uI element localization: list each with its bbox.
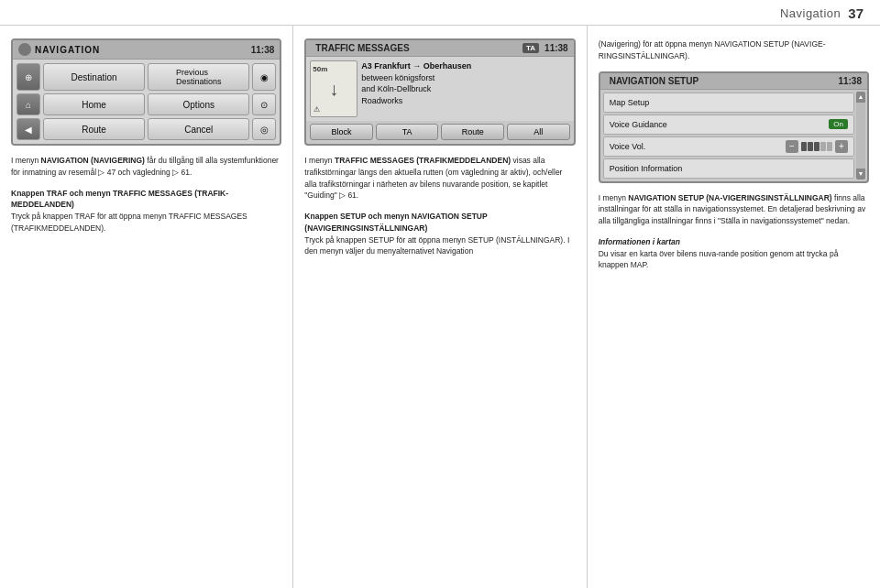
setup-row-map[interactable]: Map Setup bbox=[603, 93, 854, 113]
setup-title: NAVIGATION SETUP bbox=[610, 76, 698, 86]
page-title: Navigation bbox=[780, 6, 841, 20]
destination-btn[interactable]: Destination bbox=[43, 63, 145, 91]
setup-row-voice-vol[interactable]: Voice Vol. − + bbox=[603, 136, 854, 157]
home-right-icon[interactable]: ⊙ bbox=[252, 93, 276, 115]
setup-titlebar-left: NAVIGATION SETUP bbox=[606, 76, 698, 86]
main-content: NAVIGATION 11:38 ⊕ Destination PreviousD… bbox=[0, 26, 880, 588]
col3-text-1: I menyn NAVIGATION SETUP (NA-VIGERINGSIN… bbox=[599, 192, 869, 227]
setup-time: 11:38 bbox=[838, 76, 862, 86]
scroll-down-btn[interactable]: ▼ bbox=[856, 169, 865, 180]
col2-text-2: Knappen SETUP och menyn NAVIGATION SETUP… bbox=[304, 211, 575, 257]
setup-content: Map Setup Voice Guidance On Voice Vol. − bbox=[600, 90, 867, 181]
traffic-detail1: between königsforst bbox=[361, 72, 569, 84]
ta-badge: TA bbox=[522, 43, 539, 53]
nav-row-destination: ⊕ Destination PreviousDestinations ◉ bbox=[16, 63, 276, 91]
column-3: (Navigering) för att öppna menyn NAVIGAT… bbox=[588, 26, 880, 588]
nav-titlebar-left: NAVIGATION bbox=[18, 43, 100, 56]
traffic-content: 50m ↓ ⚠ A3 Frankfurt → Oberhausen betwee… bbox=[306, 57, 573, 121]
voice-vol-label: Voice Vol. bbox=[610, 142, 646, 151]
traffic-title: TRAFFIC MESSAGES bbox=[315, 43, 409, 53]
route-traffic-btn[interactable]: Route bbox=[441, 124, 504, 140]
traffic-detail3: Roadworks bbox=[361, 95, 569, 107]
vol-minus-btn[interactable]: − bbox=[786, 140, 798, 153]
traffic-info: A3 Frankfurt → Oberhausen between königs… bbox=[361, 60, 569, 117]
traffic-titlebar-left: TRAFFIC MESSAGES bbox=[312, 43, 409, 53]
destination-right-icon[interactable]: ◉ bbox=[252, 63, 276, 91]
nav-row-home: ⌂ Home Options ⊙ bbox=[16, 93, 276, 115]
setup-titlebar: NAVIGATION SETUP 11:38 bbox=[600, 73, 867, 90]
nav-menu: ⊕ Destination PreviousDestinations ◉ ⌂ H… bbox=[13, 60, 280, 144]
nav-time: 11:38 bbox=[251, 45, 275, 55]
map-setup-label: Map Setup bbox=[610, 98, 650, 107]
nav-titlebar: NAVIGATION 11:38 bbox=[13, 40, 280, 60]
col3-intro-text: (Navigering) för att öppna menyn NAVIGAT… bbox=[599, 38, 869, 62]
vol-control: − + bbox=[786, 140, 848, 153]
traffic-time: 11:38 bbox=[544, 43, 568, 53]
column-1: NAVIGATION 11:38 ⊕ Destination PreviousD… bbox=[0, 26, 293, 588]
route-left-icon[interactable]: ◀ bbox=[16, 118, 40, 140]
traffic-distance: 50m bbox=[313, 65, 327, 73]
scroll-up-btn[interactable]: ▲ bbox=[856, 92, 865, 103]
route-btn[interactable]: Route bbox=[43, 118, 145, 140]
scroll-track bbox=[856, 103, 865, 169]
block-btn[interactable]: Block bbox=[310, 124, 373, 140]
setup-row-voice-guidance[interactable]: Voice Guidance On bbox=[603, 114, 854, 135]
destination-left-icon[interactable]: ⊕ bbox=[16, 63, 40, 91]
traffic-titlebar-right: TA 11:38 bbox=[522, 43, 568, 53]
vol-seg-4 bbox=[820, 142, 826, 151]
vol-bar bbox=[801, 142, 832, 151]
previous-destinations-btn[interactable]: PreviousDestinations bbox=[148, 63, 249, 91]
setup-screen-mockup: NAVIGATION SETUP 11:38 Map Setup Voice G… bbox=[599, 71, 869, 183]
traffic-detail2: and Köln-Dellbruck bbox=[361, 83, 569, 95]
traffic-screen-mockup: TRAFFIC MESSAGES TA 11:38 50m ↓ ⚠ A3 Fra… bbox=[304, 38, 575, 146]
page-header: Navigation 37 bbox=[0, 0, 880, 26]
vol-plus-btn[interactable]: + bbox=[835, 140, 848, 153]
traffic-map-box: 50m ↓ ⚠ bbox=[310, 60, 358, 117]
vol-seg-1 bbox=[801, 142, 807, 151]
cancel-btn[interactable]: Cancel bbox=[148, 118, 249, 140]
col1-text-2: Knappen TRAF och menyn TRAFFIC MESSAGES … bbox=[11, 188, 281, 234]
nav-icon bbox=[18, 43, 31, 56]
vol-seg-5 bbox=[827, 142, 832, 151]
route-right-icon[interactable]: ◎ bbox=[252, 118, 276, 140]
col1-text-1: I menyn NAVIGATION (NAVIGERING) får du t… bbox=[11, 155, 281, 179]
position-label: Position Information bbox=[610, 164, 683, 173]
nav-row-route: ◀ Route Cancel ◎ bbox=[16, 118, 276, 140]
ta-btn[interactable]: TA bbox=[376, 124, 439, 140]
home-left-icon[interactable]: ⌂ bbox=[16, 93, 40, 115]
traffic-buttons: Block TA Route All bbox=[306, 121, 573, 144]
nav-screen-mockup: NAVIGATION 11:38 ⊕ Destination PreviousD… bbox=[11, 38, 281, 146]
voice-guidance-on: On bbox=[829, 119, 848, 129]
traffic-titlebar: TRAFFIC MESSAGES TA 11:38 bbox=[306, 40, 573, 57]
nav-title: NAVIGATION bbox=[35, 45, 100, 55]
vol-seg-3 bbox=[814, 142, 820, 151]
options-btn[interactable]: Options bbox=[148, 93, 249, 115]
col2-text-1: I menyn TRAFFIC MESSAGES (TRAFIKMEDDELAN… bbox=[304, 155, 575, 201]
col3-text-2: Informationen i kartan Du visar en karta… bbox=[599, 236, 869, 271]
vol-seg-2 bbox=[808, 142, 813, 151]
traffic-warning-icon: ⚠ bbox=[314, 105, 320, 114]
column-2: TRAFFIC MESSAGES TA 11:38 50m ↓ ⚠ A3 Fra… bbox=[293, 26, 587, 588]
traffic-road: A3 Frankfurt → Oberhausen bbox=[361, 60, 569, 72]
home-btn[interactable]: Home bbox=[43, 93, 145, 115]
voice-guidance-label: Voice Guidance bbox=[610, 120, 667, 129]
setup-scrollbar[interactable]: ▲ ▼ bbox=[856, 92, 865, 180]
setup-row-position[interactable]: Position Information bbox=[603, 158, 854, 179]
traffic-arrow-icon: ↓ bbox=[329, 79, 338, 100]
all-btn[interactable]: All bbox=[507, 124, 570, 140]
page-number: 37 bbox=[848, 5, 864, 21]
